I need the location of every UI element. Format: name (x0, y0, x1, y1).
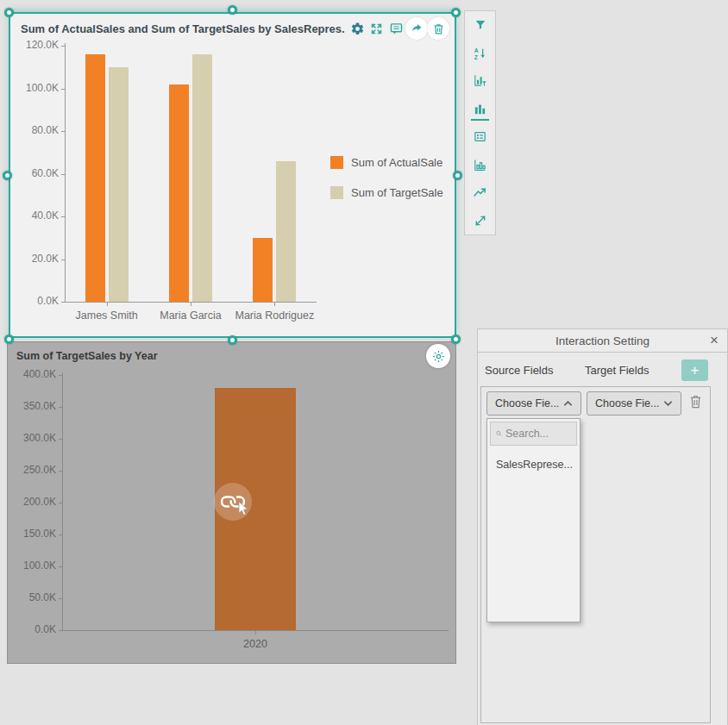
link-drop-indicator (214, 483, 252, 521)
legend-item[interactable]: Sum of TargetSale (330, 186, 443, 199)
legend-label: Sum of TargetSale (351, 186, 443, 199)
bar-Maria Garcia-Sum of ActualSale[interactable] (169, 84, 189, 302)
search-icon (496, 428, 502, 439)
legend-item[interactable]: Sum of ActualSale (330, 156, 443, 169)
histogram-icon[interactable] (465, 151, 495, 178)
resize-icon[interactable] (465, 207, 495, 234)
y-axis-tick-label: 100.0K (9, 559, 56, 572)
bar-Maria Rodriguez-Sum of ActualSale[interactable] (253, 238, 273, 302)
panel-title: Interaction Setting (555, 334, 650, 347)
selection-handle-middle-right[interactable] (453, 171, 462, 180)
selection-handle-top-right[interactable] (451, 8, 461, 17)
y-axis-line (62, 372, 63, 631)
maximize-icon[interactable] (370, 22, 383, 39)
selection-handle-top-middle[interactable] (228, 5, 237, 15)
y-axis-tick-label: 40.0K (12, 209, 59, 222)
y-axis-tick-label: 80.0K (12, 124, 59, 136)
source-fields-label: Source Fields (485, 364, 553, 377)
x-axis-tick (274, 303, 275, 306)
chevron-down-icon (663, 400, 673, 407)
panel-header: Interaction Setting × (478, 329, 727, 353)
legend-label: Sum of ActualSale (351, 156, 442, 169)
chevron-up-icon (563, 400, 573, 407)
gear-icon[interactable] (426, 344, 450, 368)
y-axis-tick-label: 0.0K (12, 295, 59, 307)
chart-title: Sum of ActualSales and Sum of TargetSale… (21, 22, 345, 35)
y-axis-tick-label: 300.0K (9, 432, 56, 444)
y-axis-line (65, 43, 66, 303)
trash-icon[interactable] (427, 17, 449, 40)
y-axis-tick-label: 100.0K (12, 82, 59, 94)
gear-icon[interactable] (350, 22, 365, 40)
filter-icon[interactable] (465, 11, 495, 39)
svg-text:Z: Z (474, 53, 477, 59)
bar-Maria Garcia-Sum of TargetSale[interactable] (192, 54, 212, 302)
field-list-item[interactable]: SalesReprese... (496, 459, 573, 471)
y-axis-tick-label: 20.0K (12, 253, 59, 265)
selection-handle-bottom-right[interactable] (451, 334, 461, 344)
widget-action-bar (343, 16, 454, 43)
x-axis-category-label: Maria Rodriguez (214, 309, 335, 322)
y-axis-tick-label: 0.0K (9, 623, 56, 635)
share-icon[interactable] (405, 17, 428, 40)
trend-line-icon[interactable] (465, 178, 495, 206)
selection-handle-bottom-left[interactable] (4, 334, 14, 344)
chart-widget-target-by-year[interactable]: Sum of TargetSales by Year 0.0K50.0K100.… (7, 341, 456, 664)
source-field-dropdown-list: SalesReprese... (486, 418, 581, 622)
widget-tools-toolbar: AZ (464, 10, 496, 235)
chart-title: Sum of TargetSales by Year (16, 350, 158, 362)
cursor-icon (237, 501, 249, 516)
y-axis-tick-label: 250.0K (9, 464, 56, 476)
source-field-dropdown-value: Choose Fie... (495, 397, 559, 409)
x-axis-tick (255, 631, 256, 634)
close-icon[interactable]: × (710, 331, 719, 350)
target-field-dropdown-value: Choose Fie... (595, 397, 659, 409)
selection-handle-bottom-middle[interactable] (228, 335, 237, 345)
y-axis-tick-label: 400.0K (9, 368, 56, 380)
target-field-dropdown[interactable]: Choose Fie... (587, 391, 681, 416)
x-axis-tick (107, 303, 108, 306)
y-axis-tick-label: 350.0K (9, 400, 56, 412)
bar-James Smith-Sum of TargetSale[interactable] (109, 67, 129, 302)
comment-icon[interactable] (389, 22, 404, 40)
y-axis-tick-label: 50.0K (9, 591, 56, 603)
panel-body: Source Fields Target Fields + Choose Fie… (478, 353, 727, 725)
y-axis-tick-label: 60.0K (12, 167, 59, 179)
interaction-setting-panel: Interaction Setting × Source Fields Targ… (477, 328, 728, 725)
x-axis-category-label: 2020 (195, 638, 316, 650)
interaction-row-group: Choose Fie... Choose Fie... SalesReprese… (480, 386, 711, 723)
legend-swatch (330, 186, 343, 199)
x-axis-tick (191, 303, 191, 306)
delete-row-trash-icon[interactable] (688, 393, 703, 413)
legend-swatch (330, 156, 343, 169)
column-chart-icon[interactable] (465, 95, 495, 122)
y-axis-tick-label: 150.0K (9, 528, 56, 540)
card-view-icon[interactable] (465, 123, 495, 151)
sort-az-icon[interactable]: AZ (465, 39, 495, 66)
target-fields-label: Target Fields (585, 364, 649, 377)
chart-widget-actual-vs-target[interactable]: Sum of ActualSales and Sum of TargetSale… (9, 12, 456, 338)
y-axis-tick-label: 120.0K (12, 39, 59, 51)
add-interaction-button[interactable]: + (681, 359, 708, 381)
search-input[interactable] (505, 428, 571, 440)
chart-legend: Sum of ActualSaleSum of TargetSale (330, 156, 443, 216)
bar-Maria Rodriguez-Sum of TargetSale[interactable] (276, 161, 296, 302)
source-field-dropdown[interactable]: Choose Fie... (486, 391, 581, 416)
y-axis-tick-label: 200.0K (9, 496, 56, 508)
svg-text:A: A (474, 47, 478, 53)
selection-handle-middle-left[interactable] (3, 171, 12, 180)
selection-handle-top-left[interactable] (4, 8, 14, 17)
search-box[interactable] (490, 422, 577, 446)
chart-filter-icon[interactable] (465, 67, 495, 95)
bar-James Smith-Sum of ActualSale[interactable] (85, 54, 105, 302)
